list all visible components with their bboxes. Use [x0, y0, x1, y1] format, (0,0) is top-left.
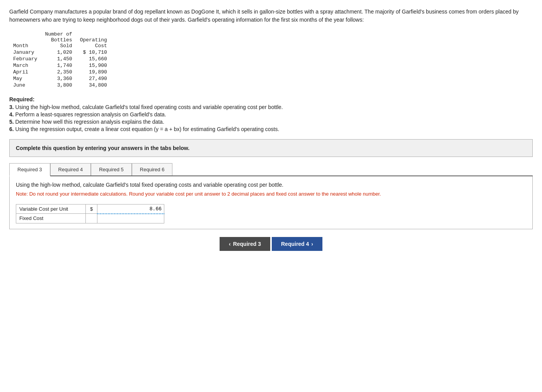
cell-month: February	[9, 56, 41, 62]
tab-req3[interactable]: Required 3	[9, 163, 50, 176]
table-row: May 3,360 27,490	[9, 75, 111, 82]
answer-input-cell[interactable]	[97, 204, 164, 214]
answer-symbol	[86, 214, 97, 223]
req-number: 3.	[9, 104, 14, 110]
answer-input-cell[interactable]	[97, 214, 164, 223]
cell-cost: 15,900	[76, 62, 111, 69]
prev-label: Required 3	[233, 241, 261, 247]
cell-month: June	[9, 82, 41, 89]
cell-bottles: 3,800	[41, 82, 76, 89]
prev-button[interactable]: ‹ Required 3	[220, 237, 270, 251]
tabs-container: Required 3Required 4Required 5Required 6	[9, 163, 533, 176]
table-row: April 2,350 19,890	[9, 69, 111, 75]
tab-content-area: Using the high-low method, calculate Gar…	[9, 176, 533, 229]
fixed-cost-input[interactable]	[97, 214, 164, 223]
cell-month: January	[9, 49, 41, 56]
required-item: 5. Determine how well this regression an…	[9, 119, 533, 125]
data-table: Month Number ofBottlesSold OperatingCost…	[9, 31, 111, 89]
req-text: Using the high-low method, calculate Gar…	[14, 104, 283, 110]
tab-note: Note: Do not round your intermediate cal…	[16, 190, 526, 198]
next-chevron: ›	[311, 241, 313, 247]
req-number: 4.	[9, 111, 14, 118]
cell-bottles: 1,020	[41, 49, 76, 56]
cell-cost: 34,800	[76, 82, 111, 89]
required-item: 6. Using the regression output, create a…	[9, 126, 533, 132]
answer-row: Variable Cost per Unit$	[16, 204, 164, 214]
cell-month: March	[9, 62, 41, 69]
required-title: Required:	[9, 96, 533, 102]
cell-month: May	[9, 75, 41, 82]
table-row: March 1,740 15,900	[9, 62, 111, 69]
table-row: June 3,800 34,800	[9, 82, 111, 89]
answer-label: Fixed Cost	[16, 214, 86, 223]
prev-chevron: ‹	[229, 241, 231, 247]
table-row: January 1,020 $ 10,710	[9, 49, 111, 56]
answer-row: Fixed Cost	[16, 214, 164, 223]
next-button[interactable]: Required 4 ›	[272, 237, 322, 251]
req-text: Using the regression output, create a li…	[14, 126, 280, 132]
req-number: 5.	[9, 119, 14, 125]
cell-bottles: 2,350	[41, 69, 76, 75]
answer-label: Variable Cost per Unit	[16, 204, 86, 214]
required-section: Required: 3. Using the high-low method, …	[9, 96, 533, 132]
col-month: Month	[9, 31, 41, 49]
req-number: 6.	[9, 126, 14, 132]
cell-month: April	[9, 69, 41, 75]
instruction-box: Complete this question by entering your …	[9, 139, 533, 157]
tab-description: Using the high-low method, calculate Gar…	[16, 182, 526, 188]
nav-buttons: ‹ Required 3 Required 4 ›	[9, 237, 533, 251]
variable-cost-input[interactable]	[97, 205, 164, 213]
table-row: February 1,450 15,660	[9, 56, 111, 62]
answer-table: Variable Cost per Unit$Fixed Cost	[16, 204, 164, 223]
tab-req6[interactable]: Required 6	[132, 163, 173, 176]
required-item: 3. Using the high-low method, calculate …	[9, 104, 533, 110]
req-text: Determine how well this regression analy…	[14, 119, 164, 125]
intro-paragraph: Garfield Company manufactures a popular …	[9, 8, 533, 24]
cell-bottles: 3,360	[41, 75, 76, 82]
cell-cost: 19,890	[76, 69, 111, 75]
req-text: Perform a least-squares regression analy…	[14, 111, 166, 118]
col-bottles: Number ofBottlesSold	[41, 31, 76, 49]
cell-bottles: 1,740	[41, 62, 76, 69]
cell-cost: 15,660	[76, 56, 111, 62]
cell-cost: $ 10,710	[76, 49, 111, 56]
required-item: 4. Perform a least-squares regression an…	[9, 111, 533, 118]
col-cost: OperatingCost	[76, 31, 111, 49]
cell-bottles: 1,450	[41, 56, 76, 62]
tab-req5[interactable]: Required 5	[91, 163, 132, 176]
next-label: Required 4	[281, 241, 309, 247]
cell-cost: 27,490	[76, 75, 111, 82]
answer-symbol: $	[86, 204, 97, 214]
tab-req4[interactable]: Required 4	[50, 163, 91, 176]
